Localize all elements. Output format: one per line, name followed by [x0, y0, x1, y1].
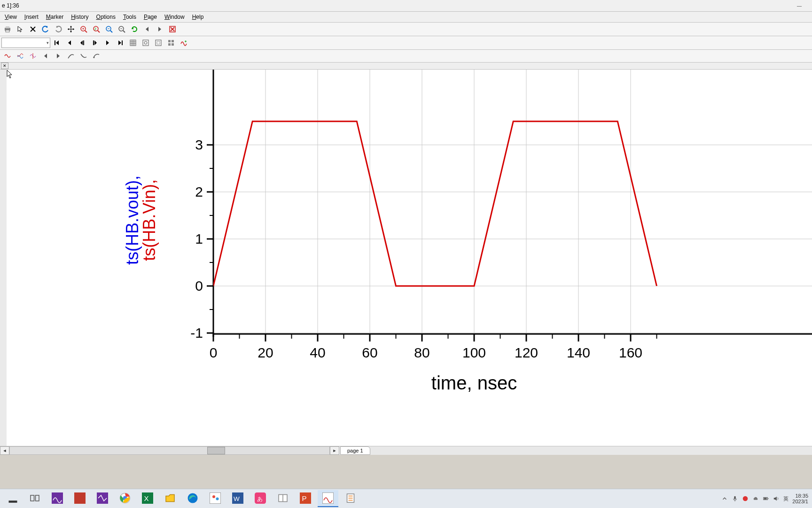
nav-prev-icon[interactable] [141, 23, 153, 35]
last-page-icon[interactable] [114, 37, 126, 49]
tray-volume-icon[interactable] [773, 495, 780, 502]
menu-window[interactable]: Window [161, 13, 188, 21]
app-pink-icon[interactable]: あ [250, 490, 271, 507]
prev-icon[interactable] [63, 37, 76, 49]
app-sim-purple-icon[interactable] [47, 490, 68, 507]
trace-multi-icon[interactable] [14, 50, 26, 62]
hscroll-left-button[interactable]: ◄ [0, 446, 9, 455]
excel-icon[interactable]: X [137, 490, 158, 507]
pointer-icon[interactable] [14, 23, 26, 35]
curve-down-icon[interactable] [78, 50, 90, 62]
tray-ime-indicator[interactable]: 英 [783, 495, 789, 502]
x-tick-label: 80 [414, 345, 429, 360]
curve-tilt-icon[interactable] [90, 50, 102, 62]
tray-mic-icon[interactable] [732, 495, 738, 502]
menu-page[interactable]: Page [140, 13, 161, 21]
step-back-icon[interactable] [76, 37, 88, 49]
tray-time: 18:35 [792, 493, 808, 499]
trace-cross-icon[interactable] [27, 50, 39, 62]
pan-crosshair-icon[interactable] [65, 23, 77, 35]
svg-point-33 [144, 41, 147, 44]
system-tray: 英 18:35 2023/1 [721, 489, 811, 508]
svg-rect-38 [168, 43, 171, 46]
first-page-icon[interactable] [51, 37, 63, 49]
zoom-region-icon[interactable]: 2 [90, 23, 102, 35]
start-underline-icon[interactable] [2, 490, 23, 507]
tray-date: 2023/1 [792, 499, 808, 504]
menu-view[interactable]: View [1, 13, 21, 21]
trace-ts(HB.Vin)[interactable] [213, 121, 657, 286]
toolbar-row-1: 2 [0, 23, 812, 36]
svg-rect-34 [156, 40, 161, 46]
undo-icon[interactable] [39, 23, 52, 35]
toolbar-row-2 [0, 36, 812, 50]
tray-security-icon[interactable] [742, 495, 749, 502]
svg-rect-27 [130, 40, 136, 46]
panel-close-button[interactable]: ✕ [1, 63, 8, 69]
edge-icon[interactable] [182, 490, 203, 507]
waveform-add-icon[interactable] [178, 37, 190, 49]
menu-history[interactable]: History [67, 13, 92, 21]
svg-rect-35 [157, 41, 160, 44]
tile-icon[interactable] [165, 37, 177, 49]
page-tab-1[interactable]: page 1 [340, 446, 370, 455]
zoom-out-icon[interactable] [103, 23, 115, 35]
zoom-minus-icon[interactable] [116, 23, 128, 35]
svg-text:P: P [302, 494, 307, 502]
svg-text:W: W [234, 495, 240, 502]
svg-rect-37 [172, 40, 174, 42]
hscroll-thumb[interactable] [207, 447, 225, 454]
chart-canvas[interactable]: -10123020406080100120140160time, nsects(… [7, 70, 812, 434]
hscroll-right-button[interactable]: ► [330, 446, 339, 455]
curve-up-icon[interactable] [65, 50, 77, 62]
tray-clock[interactable]: 18:35 2023/1 [792, 493, 808, 504]
x-tick-label: 100 [462, 345, 486, 360]
svg-text:X: X [144, 494, 149, 502]
minimize-button[interactable]: — [789, 0, 810, 11]
app-paint-icon[interactable] [205, 490, 226, 507]
explorer-icon[interactable] [160, 490, 180, 507]
svg-rect-88 [36, 495, 39, 501]
arrow-left-small-icon[interactable] [39, 50, 52, 62]
powerpoint-icon[interactable]: P [295, 490, 316, 507]
menu-insert[interactable]: Insert [21, 13, 42, 21]
tray-battery-icon[interactable] [763, 495, 769, 502]
print-icon[interactable] [1, 23, 14, 35]
plot-area[interactable]: -10123020406080100120140160time, nsects(… [7, 70, 812, 446]
svg-line-8 [85, 31, 87, 32]
trace-sine-icon[interactable] [1, 50, 14, 62]
zoom-combo[interactable] [1, 38, 50, 48]
tray-cloud-icon[interactable] [752, 495, 759, 502]
next-icon[interactable] [102, 37, 114, 49]
x-tick-label: 120 [515, 345, 538, 360]
tray-chevron-icon[interactable] [721, 495, 728, 502]
autoscale-icon[interactable] [140, 37, 152, 49]
delete-x-icon[interactable] [27, 23, 39, 35]
nav-next-icon[interactable] [154, 23, 166, 35]
step-fwd-icon[interactable] [89, 37, 101, 49]
svg-line-15 [110, 31, 112, 32]
app-doc-icon[interactable] [340, 490, 361, 507]
zoom-plus-icon[interactable] [78, 23, 90, 35]
task-view-icon[interactable] [24, 490, 45, 507]
arrow-right-small-icon[interactable] [52, 50, 64, 62]
app-panel-icon[interactable] [273, 490, 293, 507]
close-window-icon[interactable] [166, 23, 179, 35]
hscroll-track[interactable] [9, 446, 330, 455]
menubar: ViewInsertMarkerHistoryOptionsToolsPageW… [0, 12, 812, 23]
grid-toggle-icon[interactable] [127, 37, 139, 49]
chrome-icon[interactable] [115, 490, 135, 507]
app-active-plot-icon[interactable] [318, 490, 338, 507]
menu-options[interactable]: Options [93, 13, 119, 21]
app-sim-purple2-icon[interactable] [92, 490, 113, 507]
svg-rect-89 [52, 492, 63, 504]
menu-marker[interactable]: Marker [42, 13, 67, 21]
zoom-rect-icon[interactable] [152, 37, 164, 49]
menu-tools[interactable]: Tools [119, 13, 140, 21]
redo-icon[interactable] [52, 23, 64, 35]
app-red-icon[interactable] [70, 490, 90, 507]
menu-help[interactable]: Help [188, 13, 208, 21]
word-icon[interactable]: W [227, 490, 248, 507]
svg-point-99 [216, 498, 219, 500]
refresh-icon[interactable] [128, 23, 141, 35]
